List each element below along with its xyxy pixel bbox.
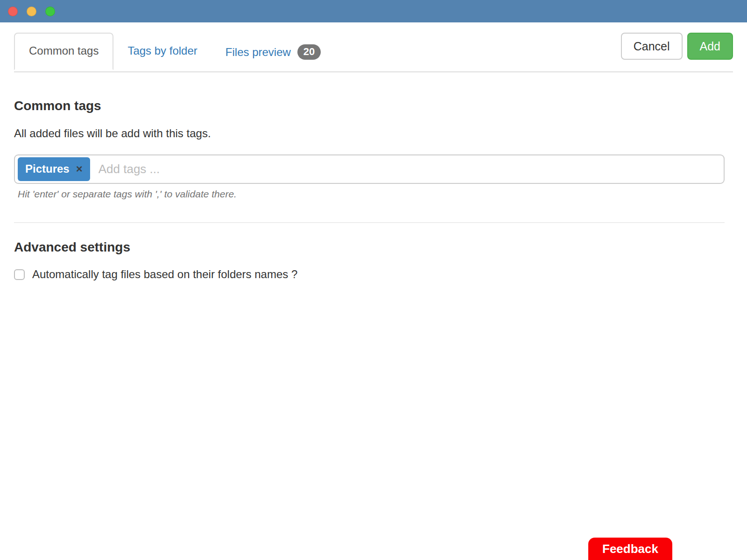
- tab-tags-by-folder[interactable]: Tags by folder: [113, 33, 211, 69]
- tags-input-hint: Hit 'enter' or separate tags with ',' to…: [18, 189, 733, 200]
- tab-files-preview[interactable]: Files preview 20: [211, 33, 335, 71]
- tab-bar: Common tags Tags by folder Files preview…: [14, 33, 733, 72]
- tab-tags-by-folder-label: Tags by folder: [127, 44, 197, 57]
- remove-tag-icon[interactable]: ×: [76, 164, 83, 174]
- tab-files-preview-label: Files preview: [226, 46, 291, 59]
- add-button[interactable]: Add: [687, 33, 733, 60]
- window-maximize-button[interactable]: [45, 7, 55, 16]
- tags-input-container[interactable]: Pictures ×: [14, 154, 725, 184]
- feedback-button[interactable]: Feedback: [588, 538, 672, 560]
- add-tags-input[interactable]: [99, 162, 721, 176]
- window-titlebar: [0, 0, 747, 22]
- cancel-button[interactable]: Cancel: [621, 33, 683, 60]
- tab-common-tags[interactable]: Common tags: [14, 33, 113, 70]
- tag-pill-pictures: Pictures ×: [18, 157, 90, 181]
- common-tags-panel: Common tags All added files will be add …: [0, 98, 747, 281]
- advanced-settings-heading: Advanced settings: [14, 240, 733, 255]
- common-tags-heading: Common tags: [14, 98, 733, 113]
- window-minimize-button[interactable]: [27, 7, 36, 16]
- files-count-badge: 20: [297, 44, 321, 60]
- auto-tag-checkbox-row[interactable]: Automatically tag files based on their f…: [14, 268, 733, 281]
- section-divider: [14, 222, 725, 223]
- auto-tag-checkbox[interactable]: [14, 269, 25, 280]
- dialog-actions: Cancel Add: [621, 33, 733, 60]
- common-tags-description: All added files will be add with this ta…: [14, 127, 733, 140]
- auto-tag-checkbox-label: Automatically tag files based on their f…: [32, 268, 297, 281]
- tab-common-tags-label: Common tags: [29, 44, 99, 57]
- tag-pill-label: Pictures: [25, 162, 70, 175]
- window-close-button[interactable]: [8, 7, 18, 16]
